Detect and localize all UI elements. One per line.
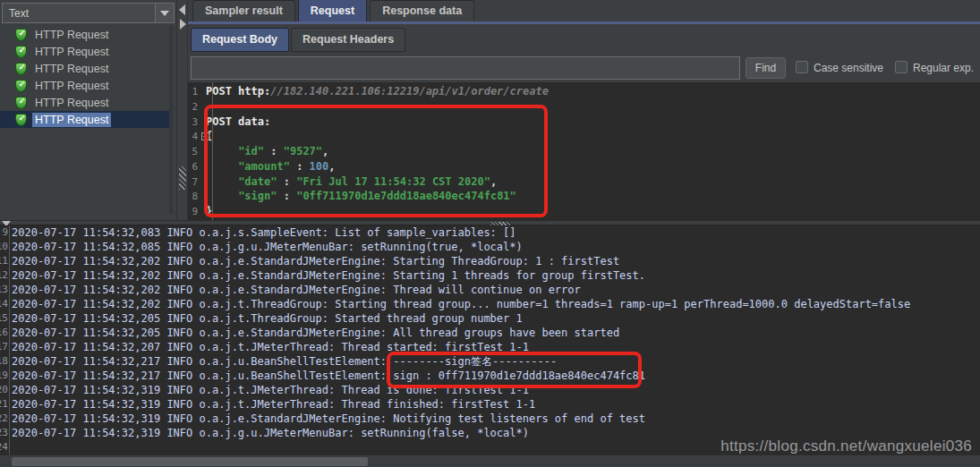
regular-exp-checkbox[interactable] (895, 61, 908, 73)
log-line-number: 16 (0, 326, 8, 340)
log-line: 102020-07-17 11:54:32,085 INFO o.a.j.g.u… (0, 240, 980, 254)
code-segment: , (328, 160, 335, 173)
jmeter-log-console[interactable]: 92020-07-17 11:54:32,083 INFO o.a.j.s.Sa… (0, 225, 980, 454)
tree-item-http-request[interactable]: HTTP Request (0, 111, 172, 128)
code-segment: "date" (238, 175, 277, 188)
code-text: "id" : "9527", (206, 145, 328, 157)
tree-item-http-request[interactable]: HTTP Request (0, 43, 172, 60)
code-segment: "Fri Jul 17 11:54:32 CST 2020" (296, 175, 490, 188)
sampler-tree: HTTP RequestHTTP RequestHTTP RequestHTTP… (0, 26, 172, 128)
code-text: POST http://182.140.221.106:12219/api/v1… (206, 85, 549, 98)
find-button[interactable]: Find (746, 57, 786, 79)
code-segment (206, 175, 238, 188)
log-line-number: 11 (0, 254, 8, 268)
line-number: 8 (188, 190, 206, 205)
shield-check-icon (15, 63, 27, 75)
tree-item-http-request[interactable]: HTTP Request (0, 60, 172, 77)
log-line: 202020-07-17 11:54:32,319 INFO o.a.j.t.J… (0, 383, 980, 397)
results-tree-sidebar: Text HTTP RequestHTTP RequestHTTP Reques… (0, 0, 177, 220)
log-line-number: 12 (0, 268, 8, 283)
log-line-number: 9 (0, 225, 8, 240)
tab-request-body[interactable]: Request Body (191, 28, 289, 52)
sidebar-scrollbar[interactable] (169, 26, 173, 214)
search-mode-dropdown[interactable]: Text (2, 3, 175, 23)
code-segment: POST data: (206, 115, 270, 128)
result-tabbar: Sampler resultRequestResponse data (188, 0, 980, 24)
line-number: 7 (188, 175, 206, 191)
search-input[interactable] (191, 56, 740, 80)
log-line-text: 2020-07-17 11:54:32,207 INFO o.a.j.t.JMe… (8, 341, 529, 353)
tree-item-http-request[interactable]: HTTP Request (0, 26, 172, 43)
log-gutter-divider (9, 225, 10, 454)
shield-check-icon (15, 114, 27, 126)
splitter-grip[interactable] (179, 166, 186, 190)
code-text: "date" : "Fri Jul 17 11:54:32 CST 2020", (206, 175, 497, 188)
shield-check-icon (15, 80, 27, 92)
result-detail-pane: Sampler resultRequestResponse data Reque… (188, 0, 980, 220)
log-line-number: 13 (0, 283, 8, 297)
dropdown-arrow-button[interactable] (155, 4, 174, 22)
code-segment: "9527" (284, 145, 322, 157)
code-segment: POST http: (206, 85, 270, 98)
log-line-text: 2020-07-17 11:54:32,202 INFO o.a.j.t.Thr… (8, 298, 910, 310)
code-line: 4−{ (188, 129, 980, 144)
code-segment: : (277, 175, 296, 188)
line-number: 2 (188, 100, 206, 115)
case-sensitive-checkbox[interactable] (796, 61, 808, 73)
code-text: } (206, 205, 212, 217)
request-subtabbar: Request BodyRequest Headers (188, 27, 980, 52)
log-line-number: 18 (0, 354, 8, 369)
code-segment: "id" (238, 145, 264, 157)
log-line-text: 2020-07-17 11:54:32,205 INFO o.a.j.t.Thr… (8, 312, 523, 325)
log-line-number: 19 (0, 369, 8, 383)
chevron-down-icon (160, 11, 169, 16)
tree-item-http-request[interactable]: HTTP Request (0, 77, 172, 94)
tree-item-http-request[interactable]: HTTP Request (0, 94, 172, 111)
log-line: 152020-07-17 11:54:32,205 INFO o.a.j.t.T… (0, 311, 980, 326)
log-line-number: 22 (0, 412, 8, 426)
code-segment: "0ff711970d1e7ddd18ae840ec474fc81" (296, 190, 516, 202)
vertical-splitter[interactable] (177, 0, 188, 220)
line-number: 6 (188, 160, 206, 175)
fold-collapse-icon[interactable]: − (201, 132, 209, 140)
code-text: "sign" : "0ff711970d1e7ddd18ae840ec474fc… (206, 190, 516, 202)
code-segment (206, 145, 238, 157)
code-line: 8 "sign" : "0ff711970d1e7ddd18ae840ec474… (188, 189, 980, 204)
log-line: 162020-07-17 11:54:32,205 INFO o.a.j.e.S… (0, 326, 980, 340)
tab-sampler-result[interactable]: Sampler result (192, 0, 295, 21)
code-segment: , (490, 175, 497, 188)
log-line: 92020-07-17 11:54:32,083 INFO o.a.j.s.Sa… (0, 225, 980, 240)
log-line-text: 2020-07-17 11:54:32,202 INFO o.a.j.e.Sta… (8, 269, 645, 282)
collapse-right-icon[interactable] (180, 19, 186, 30)
horizontal-scrollbar[interactable] (0, 454, 980, 467)
log-line-text: 2020-07-17 11:54:32,319 INFO o.a.j.t.JMe… (8, 398, 535, 411)
log-line: 192020-07-17 11:54:32,217 INFO o.a.j.u.B… (0, 369, 980, 383)
find-toolbar: Find Case sensitive Regular exp. (188, 52, 980, 82)
log-line: 182020-07-17 11:54:32,217 INFO o.a.j.u.B… (0, 354, 980, 369)
shield-check-icon (15, 29, 27, 41)
code-segment (206, 190, 238, 202)
shield-check-icon (15, 46, 27, 58)
collapse-left-icon[interactable] (179, 4, 185, 15)
log-line-text: 2020-07-17 11:54:32,085 INFO o.a.j.g.u.J… (8, 241, 523, 253)
log-line-text: 2020-07-17 11:54:32,217 INFO o.a.j.u.Bea… (8, 355, 557, 368)
tab-response-data[interactable]: Response data (370, 0, 474, 21)
log-line-number: 24 (0, 440, 8, 454)
tab-request-headers[interactable]: Request Headers (291, 28, 405, 52)
log-line: 212020-07-17 11:54:32,319 INFO o.a.j.t.J… (0, 397, 980, 412)
tree-item-label: HTTP Request (32, 28, 111, 42)
code-segment (206, 160, 238, 173)
search-mode-value: Text (3, 7, 155, 20)
tree-item-label: HTTP Request (32, 96, 111, 110)
log-line-text: 2020-07-17 11:54:32,083 INFO o.a.j.s.Sam… (8, 226, 516, 239)
log-line: 222020-07-17 11:54:32,319 INFO o.a.j.e.S… (0, 412, 980, 426)
line-number: 3 (188, 115, 206, 131)
code-segment: : (277, 190, 296, 202)
log-line: 142020-07-17 11:54:32,202 INFO o.a.j.t.T… (0, 297, 980, 311)
code-segment: : (264, 145, 284, 157)
request-body-editor[interactable]: 1POST http://182.140.221.106:12219/api/v… (188, 82, 980, 220)
log-line-text: 2020-07-17 11:54:32,202 INFO o.a.j.e.Sta… (8, 284, 581, 296)
code-segment: : (290, 160, 310, 173)
tab-request[interactable]: Request (298, 0, 367, 21)
horizontal-scrollbar-thumb[interactable] (12, 457, 368, 466)
